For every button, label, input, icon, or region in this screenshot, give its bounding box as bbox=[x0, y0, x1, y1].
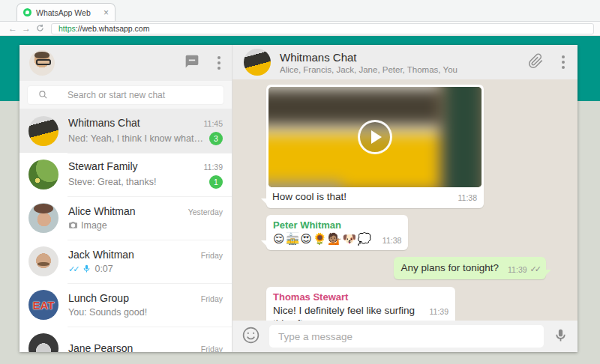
message-time: 11:39 bbox=[508, 265, 527, 274]
double-check-icon: ✓✓ bbox=[530, 264, 539, 274]
unread-badge: 3 bbox=[209, 132, 223, 145]
message-area: How cool is that! 11:38 Peter Whitman 😌🚋… bbox=[232, 79, 578, 321]
chat-name: Alice Whitman bbox=[68, 205, 182, 217]
chat-preview: You: Sounds good! bbox=[68, 307, 223, 318]
chat-name: Whitmans Chat bbox=[68, 117, 198, 129]
avatar bbox=[28, 160, 58, 189]
chat-list-item-whitmans[interactable]: Whitmans Chat 11:45 Ned: Yeah, I think I… bbox=[20, 109, 232, 153]
whatsapp-web-page: Search or start new chat Whitmans Chat 1… bbox=[0, 36, 600, 364]
emoji-icon[interactable] bbox=[242, 326, 260, 348]
avatar bbox=[28, 333, 58, 352]
back-icon[interactable]: ← bbox=[6, 24, 20, 33]
message-input-bar: Type a message bbox=[232, 321, 578, 352]
unread-badge: 1 bbox=[209, 175, 223, 189]
chat-time: Friday bbox=[201, 251, 223, 260]
message-text: Nice! I definitely feel like surfing thi… bbox=[273, 304, 448, 321]
message-thomas: Thomas Stewart 11:39 Nice! I definitely … bbox=[266, 287, 455, 321]
avatar: EAT bbox=[28, 290, 58, 320]
message-peter: Peter Whitman 😌🚋😍🌻💁🏽🐶💭 11:38 bbox=[266, 215, 408, 250]
play-button[interactable] bbox=[358, 120, 392, 154]
chat-time: Yesterday bbox=[188, 207, 223, 216]
chat-name: Stewart Family bbox=[68, 160, 198, 172]
conversation-menu-icon[interactable] bbox=[560, 54, 566, 70]
mic-icon bbox=[82, 264, 94, 274]
voice-record-icon[interactable] bbox=[553, 327, 568, 346]
browser-window: WhatsApp Web × ← → https://web.whatsapp.… bbox=[0, 0, 600, 364]
search-bar: Search or start new chat bbox=[20, 81, 232, 109]
group-avatar[interactable] bbox=[244, 49, 271, 76]
browser-tab-bar: WhatsApp Web × bbox=[0, 0, 600, 21]
message-text: 😌🚋😍🌻💁🏽🐶💭 bbox=[273, 232, 372, 245]
conversation-title: Whitmans Chat bbox=[280, 51, 528, 64]
message-text: How cool is that! bbox=[272, 191, 458, 202]
sidebar-menu-icon[interactable] bbox=[216, 55, 222, 71]
my-profile-avatar[interactable] bbox=[29, 50, 55, 76]
url-rest: ://web.whatsapp.com bbox=[76, 24, 150, 33]
chat-list-item-jane[interactable]: Jane Pearson Friday bbox=[20, 327, 232, 352]
tab-close-icon[interactable]: × bbox=[104, 8, 109, 17]
avatar bbox=[28, 116, 58, 146]
chat-list-item-jack[interactable]: Jack Whitman Friday ✓✓0:07 bbox=[20, 240, 232, 283]
message-time: 11:38 bbox=[458, 193, 478, 202]
conversation-participants: Alice, Francis, Jack, Jane, Peter, Thoma… bbox=[280, 65, 528, 74]
forward-icon[interactable]: → bbox=[20, 24, 33, 33]
video-thumbnail[interactable] bbox=[268, 87, 482, 187]
sidebar: Search or start new chat Whitmans Chat 1… bbox=[20, 45, 232, 352]
chat-preview: Image bbox=[68, 220, 223, 231]
message-author[interactable]: Peter Whitman bbox=[273, 219, 401, 231]
chat-list: Whitmans Chat 11:45 Ned: Yeah, I think I… bbox=[20, 109, 232, 352]
message-outgoing: Any plans for tonight? 11:39 ✓✓ bbox=[394, 257, 546, 279]
chat-time: 11:39 bbox=[204, 163, 224, 172]
avatar bbox=[28, 203, 58, 233]
message-author[interactable]: Thomas Stewart bbox=[273, 291, 448, 303]
chat-preview: ✓✓0:07 bbox=[68, 264, 223, 274]
chat-time: Friday bbox=[201, 294, 223, 303]
chat-time: Friday bbox=[201, 345, 223, 352]
search-icon bbox=[38, 90, 48, 100]
new-chat-icon[interactable] bbox=[184, 54, 200, 72]
reload-icon[interactable] bbox=[33, 24, 46, 34]
tab-title: WhatsApp Web bbox=[36, 8, 99, 17]
camera-icon bbox=[68, 220, 81, 231]
chat-preview: Ned: Yeah, I think I know what y... bbox=[68, 133, 203, 144]
url-field[interactable]: https://web.whatsapp.com bbox=[51, 23, 594, 34]
conversation-panel: Whitmans Chat Alice, Francis, Jack, Jane… bbox=[232, 45, 578, 352]
chat-list-item-stewart[interactable]: Stewart Family 11:39 Steve: Great, thank… bbox=[20, 153, 232, 196]
chat-name: Jane Pearson bbox=[68, 342, 195, 352]
browser-url-bar: ← → https://web.whatsapp.com bbox=[0, 21, 600, 36]
url-scheme: https bbox=[58, 24, 76, 33]
avatar bbox=[28, 246, 58, 276]
whatsapp-app: Search or start new chat Whitmans Chat 1… bbox=[20, 45, 578, 352]
chat-name: Jack Whitman bbox=[68, 249, 195, 261]
message-time: 11:38 bbox=[382, 236, 402, 245]
message-input[interactable]: Type a message bbox=[269, 325, 544, 348]
sidebar-header bbox=[20, 45, 232, 81]
message-input-placeholder: Type a message bbox=[278, 331, 352, 342]
whatsapp-favicon-icon bbox=[23, 8, 32, 16]
avatar-text: EAT bbox=[33, 299, 55, 312]
message-time: 11:39 bbox=[430, 307, 449, 316]
double-check-icon: ✓✓ bbox=[68, 264, 77, 273]
search-placeholder: Search or start new chat bbox=[68, 90, 165, 100]
message-text: Any plans for tonight? bbox=[400, 261, 499, 274]
browser-tab[interactable]: WhatsApp Web × bbox=[16, 3, 116, 21]
search-input[interactable]: Search or start new chat bbox=[27, 85, 224, 105]
message-video: How cool is that! 11:38 bbox=[266, 85, 484, 208]
chat-preview: Steve: Great, thanks! bbox=[68, 177, 203, 187]
attach-icon[interactable] bbox=[528, 53, 544, 72]
chat-list-item-lunch[interactable]: EAT Lunch Group Friday You: Sounds good! bbox=[20, 283, 232, 327]
chat-time: 11:45 bbox=[204, 119, 224, 128]
chat-name: Lunch Group bbox=[68, 292, 195, 304]
chat-list-item-alice[interactable]: Alice Whitman Yesterday Image bbox=[20, 196, 232, 240]
conversation-header[interactable]: Whitmans Chat Alice, Francis, Jack, Jane… bbox=[232, 45, 578, 79]
